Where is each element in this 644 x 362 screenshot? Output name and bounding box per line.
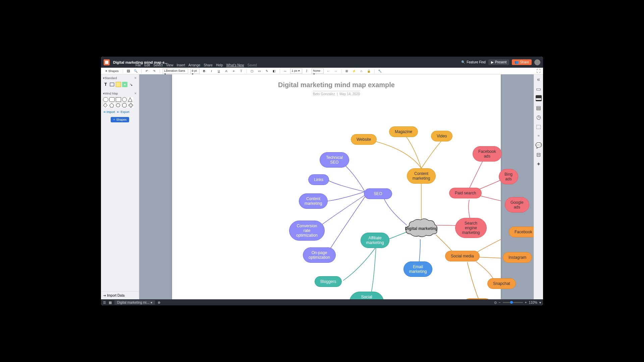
- node-instagram[interactable]: Instagram: [503, 252, 532, 263]
- bolt-icon[interactable]: ⚡: [352, 68, 357, 74]
- group-standard[interactable]: ▾ Standard ✕: [103, 76, 137, 80]
- avatar[interactable]: [534, 59, 540, 65]
- italic-icon[interactable]: I: [209, 68, 214, 74]
- canvas[interactable]: Digital marketing mind map example Beto …: [172, 74, 501, 299]
- pill-shape[interactable]: [103, 97, 108, 102]
- node-bing-ads[interactable]: Bing ads: [499, 169, 518, 184]
- align-icon[interactable]: ≡: [231, 68, 236, 74]
- line-shape[interactable]: ↘: [128, 82, 134, 87]
- node-conversion[interactable]: Conversion rate optimization: [289, 221, 325, 241]
- border-icon[interactable]: ▭: [257, 68, 262, 74]
- undo-icon[interactable]: ↶: [144, 68, 150, 74]
- cross-shape[interactable]: [128, 103, 134, 108]
- group-mindmap[interactable]: ▾ Mind Map ✕: [103, 91, 137, 96]
- note-shape[interactable]: [116, 82, 121, 87]
- node-paid-search[interactable]: Paid search: [449, 188, 482, 198]
- menu-share[interactable]: Share: [204, 63, 213, 67]
- arrow-start-icon[interactable]: ←: [326, 68, 331, 74]
- doc-icon[interactable]: ▫: [536, 133, 542, 139]
- hotspot-shape[interactable]: ✦: [122, 82, 127, 87]
- node-center[interactable]: Digital marketing: [404, 218, 439, 239]
- distribute-icon[interactable]: ⊞: [344, 68, 350, 74]
- fullscreen-icon[interactable]: ⛶: [536, 69, 540, 73]
- collapse-icon[interactable]: «: [536, 76, 542, 82]
- text-style-icon[interactable]: 𝕋: [238, 68, 244, 74]
- search-icon[interactable]: 🔍: [133, 68, 139, 74]
- comments-icon[interactable]: 💬: [536, 142, 542, 148]
- canvas-wrap[interactable]: Digital marketing mind map example Beto …: [139, 74, 534, 299]
- node-website[interactable]: Website: [351, 134, 377, 145]
- share-button[interactable]: 👥 Share: [512, 59, 532, 65]
- node-content-marketing2[interactable]: Content marketing: [299, 193, 328, 209]
- node-google-ads[interactable]: Google ads: [505, 197, 529, 213]
- data-icon[interactable]: ⊟: [536, 152, 542, 158]
- locate-icon[interactable]: ⊙: [494, 301, 497, 304]
- text-shape[interactable]: T: [103, 82, 108, 87]
- menu-select[interactable]: Select: [153, 63, 163, 67]
- rounded-shape[interactable]: [109, 97, 115, 102]
- line-type-icon[interactable]: ⤴: [304, 68, 310, 74]
- node-magazine[interactable]: Magazine: [389, 126, 418, 137]
- export-link[interactable]: ⇤ Export: [117, 110, 129, 114]
- panel-icon[interactable]: ▬: [536, 95, 542, 101]
- node-email[interactable]: Email marketing: [404, 261, 432, 277]
- octagon-shape[interactable]: [122, 103, 127, 108]
- settings-icon[interactable]: ✦: [536, 161, 542, 167]
- node-bloggers[interactable]: Bloggers: [315, 276, 342, 287]
- wrench-icon[interactable]: 🔧: [377, 68, 383, 74]
- zoom-out-icon[interactable]: −: [499, 301, 501, 304]
- page-icon[interactable]: ▭: [536, 86, 542, 92]
- zoom-in-icon[interactable]: +: [525, 301, 527, 304]
- history-icon[interactable]: ◷: [536, 114, 542, 120]
- node-smi[interactable]: Social media influencers: [350, 292, 384, 299]
- node-content-marketing[interactable]: Content marketing: [407, 168, 436, 184]
- layers-icon[interactable]: ⬚: [536, 123, 542, 129]
- arrow-end-icon[interactable]: →: [333, 68, 338, 74]
- rect-shape[interactable]: [109, 82, 115, 87]
- canvas-title-text[interactable]: Digital marketing mind map example: [172, 81, 501, 89]
- bold-icon[interactable]: B: [202, 68, 207, 74]
- node-onpage[interactable]: On-page optimization: [303, 247, 336, 263]
- node-technical-seo[interactable]: Technical SEO: [320, 152, 349, 168]
- fill-icon[interactable]: ▢: [250, 68, 255, 74]
- stroke-color-icon[interactable]: ✎: [264, 68, 270, 74]
- close-icon[interactable]: ✕: [134, 76, 137, 80]
- node-social[interactable]: Social media: [445, 251, 480, 261]
- node-affiliate[interactable]: Affiliate marketing: [361, 233, 389, 248]
- menu-whats-new[interactable]: What's New: [226, 63, 244, 67]
- hexagon-shape[interactable]: [116, 103, 121, 108]
- underline-icon[interactable]: U: [216, 68, 222, 74]
- node-seo[interactable]: SEO: [364, 188, 392, 199]
- font-size-select[interactable]: 9 pt ▾: [190, 68, 200, 74]
- font-select[interactable]: Liberation Sans ▾: [163, 68, 188, 74]
- menu-file[interactable]: File: [136, 63, 141, 67]
- menu-view[interactable]: View: [166, 63, 173, 67]
- feature-find-button[interactable]: 🔍 Feature Find: [461, 60, 486, 64]
- triangle-shape[interactable]: [128, 97, 133, 102]
- close-icon[interactable]: ✕: [134, 92, 137, 95]
- grid-view-icon[interactable]: ▦: [109, 301, 112, 304]
- brand-icon[interactable]: [104, 59, 110, 65]
- redo-icon[interactable]: ↷: [152, 68, 157, 74]
- node-facebook-ads[interactable]: Facebook ads: [473, 146, 502, 162]
- slides-icon[interactable]: ▤: [536, 105, 542, 111]
- menu-insert[interactable]: Insert: [177, 63, 185, 67]
- import-link[interactable]: ⇥ Import: [103, 110, 115, 114]
- node-links[interactable]: Links: [308, 174, 329, 185]
- node-video[interactable]: Video: [431, 131, 452, 141]
- present-button[interactable]: ▶ Present: [488, 59, 509, 65]
- home-icon[interactable]: ⌂: [359, 68, 364, 74]
- zoom-value[interactable]: 110%: [529, 301, 537, 304]
- menu-edit[interactable]: Edit: [144, 63, 150, 67]
- add-shapes-button[interactable]: + Shapes: [111, 117, 129, 122]
- shadow-icon[interactable]: ◧: [272, 68, 277, 74]
- line-weight-select[interactable]: 1 px ▾: [290, 68, 302, 74]
- node-youtube[interactable]: YouTube: [464, 298, 491, 299]
- circle-shape[interactable]: [122, 97, 127, 102]
- diamond-shape[interactable]: [103, 103, 108, 108]
- add-page-icon[interactable]: ⊕: [158, 301, 160, 304]
- line-style-icon[interactable]: ─: [283, 68, 288, 74]
- text-color-icon[interactable]: A: [224, 68, 229, 74]
- menu-help[interactable]: Help: [216, 63, 223, 67]
- menu-arrange[interactable]: Arrange: [189, 63, 201, 67]
